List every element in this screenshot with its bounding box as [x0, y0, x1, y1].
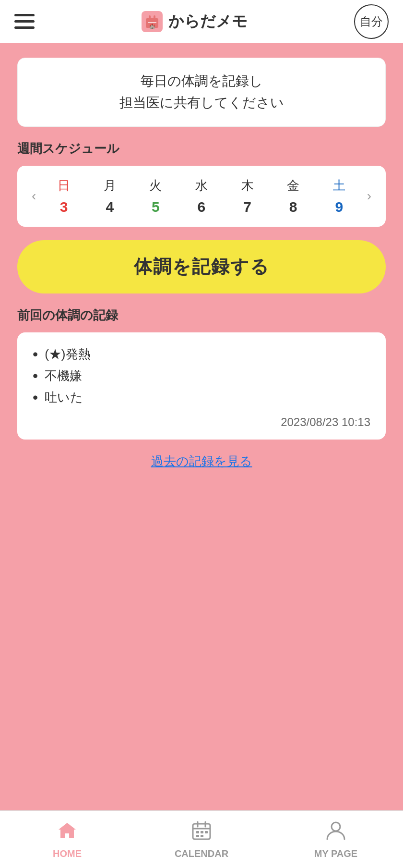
weekly-schedule-card: ‹ 日3月4火5水6木7金8土9 ›: [17, 166, 386, 227]
day-number: 7: [243, 199, 251, 215]
day-name: 月: [104, 177, 116, 194]
prev-record-list: (★)発熱不機嫌吐いた: [33, 346, 370, 406]
day-name: 木: [241, 177, 254, 194]
svg-rect-13: [201, 835, 203, 837]
nav-label-mypage: MY PAGE: [314, 848, 357, 859]
svg-rect-10: [201, 831, 203, 833]
day-col-9[interactable]: 土9: [322, 177, 356, 215]
svg-rect-12: [196, 835, 199, 837]
nav-item-home[interactable]: HOME: [0, 811, 134, 868]
day-number: 6: [198, 199, 206, 215]
svg-rect-2: [154, 15, 155, 20]
prev-record-label: 前回の体調の記録: [17, 307, 386, 324]
list-item: 吐いた: [33, 389, 370, 406]
header: 🏰 からだメモ 自分: [0, 0, 403, 43]
record-button[interactable]: 体調を記録する: [17, 240, 386, 293]
svg-rect-3: [148, 22, 156, 23]
header-title-area: 🏰 からだメモ: [142, 11, 248, 32]
days-grid: 日3月4火5水6木7金8土9: [41, 177, 362, 215]
self-button[interactable]: 自分: [354, 4, 389, 39]
past-records-link[interactable]: 過去の記録を見る: [17, 453, 386, 470]
day-col-3[interactable]: 日3: [47, 177, 81, 215]
day-number: 5: [152, 199, 160, 215]
day-name: 火: [149, 177, 162, 194]
weekly-schedule-label: 週間スケジュール: [17, 140, 386, 157]
main-content: 毎日の体調を記録し担当医に共有してください 週間スケジュール ‹ 日3月4火5水…: [0, 43, 403, 810]
prev-week-arrow[interactable]: ‹: [27, 188, 41, 204]
day-name: 水: [195, 177, 208, 194]
svg-rect-1: [149, 15, 151, 20]
nav-item-calendar[interactable]: CALENDAR: [134, 811, 269, 868]
svg-point-14: [332, 822, 340, 831]
prev-record-timestamp: 2023/08/23 10:13: [33, 416, 370, 429]
hamburger-menu[interactable]: [14, 14, 35, 29]
calendar-icon: [191, 820, 212, 845]
day-name: 金: [287, 177, 299, 194]
list-item: (★)発熱: [33, 346, 370, 363]
prev-record-card: (★)発熱不機嫌吐いた 2023/08/23 10:13: [17, 332, 386, 440]
day-col-5[interactable]: 火5: [139, 177, 172, 215]
day-number: 9: [335, 199, 343, 215]
nav-label-calendar: CALENDAR: [175, 848, 228, 859]
announcement-banner: 毎日の体調を記録し担当医に共有してください: [17, 58, 386, 127]
bottom-nav: HOME CALENDAR MY PAGE: [0, 810, 403, 868]
day-number: 4: [106, 199, 114, 215]
list-item: 不機嫌: [33, 367, 370, 384]
week-nav: ‹ 日3月4火5水6木7金8土9 ›: [27, 177, 376, 215]
day-col-8[interactable]: 金8: [276, 177, 310, 215]
day-number: 3: [60, 199, 68, 215]
nav-item-mypage[interactable]: MY PAGE: [269, 811, 403, 868]
day-col-7[interactable]: 木7: [231, 177, 264, 215]
day-name: 日: [58, 177, 70, 194]
day-col-4[interactable]: 月4: [93, 177, 127, 215]
day-name: 土: [333, 177, 345, 194]
app-title: からだメモ: [168, 11, 248, 32]
nav-label-home: HOME: [53, 848, 82, 859]
person-icon: [325, 820, 346, 845]
next-week-arrow[interactable]: ›: [362, 188, 376, 204]
app-logo-icon: 🏰: [142, 11, 163, 32]
day-col-6[interactable]: 水6: [185, 177, 218, 215]
day-number: 8: [289, 199, 297, 215]
home-icon: [57, 820, 78, 845]
svg-rect-11: [205, 831, 208, 833]
svg-text:🏰: 🏰: [149, 23, 155, 29]
announcement-text: 毎日の体調を記録し担当医に共有してください: [119, 73, 284, 110]
svg-rect-9: [196, 831, 199, 833]
